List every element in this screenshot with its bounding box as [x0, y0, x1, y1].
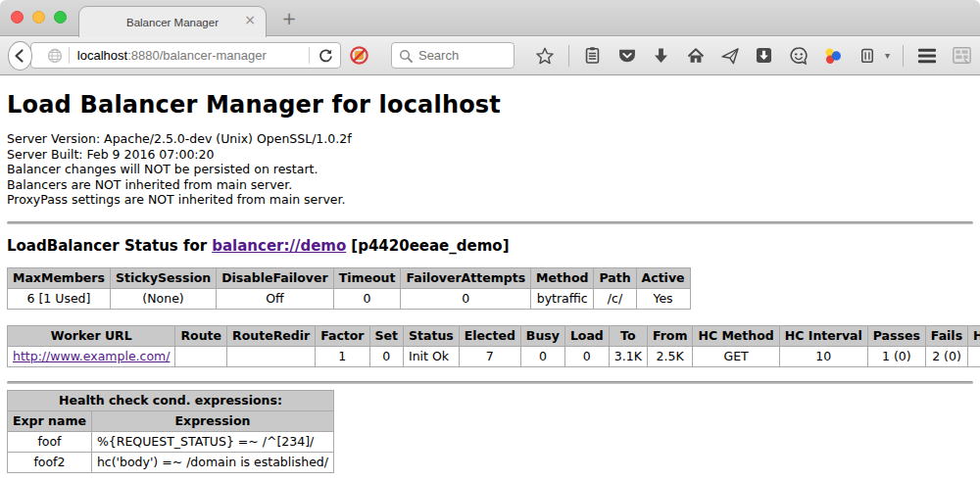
search-input[interactable]	[418, 48, 507, 63]
close-window-button[interactable]	[11, 11, 24, 24]
home-icon	[686, 46, 706, 66]
page-title: Load Balancer Manager for localhost	[7, 75, 973, 119]
health-check-table: Health check cond. expressions: Expr nam…	[7, 390, 334, 473]
loadbalancer-status-heading: LoadBalancer Status forbalancer://demo[p…	[7, 237, 973, 255]
downloads-button[interactable]	[651, 44, 672, 68]
clipboard-icon	[583, 46, 602, 65]
busy-cell: 0	[520, 346, 564, 366]
load-cell: 0	[564, 346, 609, 366]
color-picker-extension-button[interactable]	[822, 44, 844, 68]
from-cell: 2.5K	[647, 346, 693, 366]
status-cell: Init Ok	[404, 346, 460, 366]
url-path: :8880/balancer-manager	[127, 48, 267, 63]
expr-name-cell: foof2	[8, 452, 92, 472]
url-bar[interactable]: localhost:8880/balancer-manager	[30, 42, 341, 69]
grid-icon	[952, 46, 972, 65]
table-header-row: MaxMembers StickySession DisableFailover…	[8, 267, 691, 288]
server-built-line: Server Built: Feb 9 2016 07:00:20	[7, 147, 973, 163]
to-cell: 3.1K	[609, 346, 647, 366]
route-cell	[175, 346, 227, 366]
horizontal-rule	[7, 381, 973, 384]
overflow-caret-icon[interactable]: ▾	[885, 50, 890, 61]
column-header: Active	[636, 267, 690, 288]
bookmark-star-button[interactable]	[534, 44, 556, 68]
star-icon	[535, 46, 555, 66]
elected-cell: 7	[459, 346, 520, 366]
balancer-demo-link[interactable]: balancer://demo	[212, 237, 346, 255]
method-cell: bytraffic	[531, 288, 594, 309]
color-dots-icon	[823, 46, 843, 66]
search-bar[interactable]	[391, 42, 514, 69]
tab-close-icon[interactable]: ×	[244, 12, 256, 27]
browser-window: Balancer Manager × + localhost:8880/bala…	[0, 0, 980, 481]
container-icon	[858, 46, 876, 65]
column-header: Load	[564, 325, 609, 346]
health-table-title: Health check cond. expressions:	[8, 390, 334, 410]
proxypass-notice-line: ProxyPass settings are NOT inherited fro…	[7, 192, 973, 208]
new-tab-button[interactable]: +	[278, 8, 300, 28]
column-header: Worker URL	[8, 325, 175, 346]
persist-notice-line: Balancer changes will NOT be persisted o…	[7, 162, 973, 177]
column-header: RouteRedir	[227, 325, 316, 346]
tab-title: Balancer Manager	[126, 17, 219, 28]
column-header: Expr name	[8, 410, 92, 431]
toolbar-separator	[903, 45, 904, 67]
worker-url-cell: http://www.example.com/	[8, 346, 175, 366]
expression-cell: %{REQUEST_STATUS} =~ /^[234]/	[91, 431, 333, 452]
column-header: MaxMembers	[8, 267, 111, 288]
table-row: foof2 hc('body') =~ /domain is establish…	[8, 452, 334, 472]
globe-icon	[47, 48, 63, 64]
table-row: foof %{REQUEST_STATUS} =~ /^[234]/	[8, 431, 334, 452]
column-header: DisableFailover	[217, 267, 333, 288]
pocket-button[interactable]	[616, 44, 638, 68]
column-header: Timeout	[333, 267, 401, 288]
navigation-toolbar: localhost:8880/balancer-manager	[0, 36, 980, 75]
page-content: Load Balancer Manager for localhost Serv…	[0, 75, 980, 481]
feedback-button[interactable]	[788, 44, 809, 68]
search-icon	[399, 49, 413, 63]
column-header: FailoverAttempts	[401, 267, 531, 288]
back-arrow-icon	[12, 48, 27, 64]
balancers-notice-line: Balancers are NOT inherited from main se…	[7, 177, 973, 193]
url-domain: localhost	[77, 48, 127, 63]
url-text: localhost:8880/balancer-manager	[77, 48, 309, 63]
send-tab-button[interactable]	[719, 44, 741, 68]
reload-button[interactable]	[318, 47, 334, 64]
table-row: 6 [1 Used] (None) Off 0 0 bytraffic /c/ …	[8, 288, 691, 309]
toolbar-icons: ▾	[534, 44, 972, 68]
download-manager-button[interactable]	[754, 44, 775, 68]
passes-cell: 1 (0)	[867, 346, 925, 366]
pocket-icon	[617, 46, 637, 66]
boxed-download-icon	[755, 46, 773, 65]
plugin-blocked-button[interactable]	[349, 44, 369, 68]
minimize-window-button[interactable]	[32, 11, 45, 24]
home-button[interactable]	[685, 44, 707, 68]
back-button[interactable]	[8, 41, 32, 71]
container-extension-button[interactable]	[857, 44, 878, 68]
hamburger-icon	[916, 47, 938, 65]
toolbar-separator	[568, 45, 569, 67]
balancer-params-table: MaxMembers StickySession DisableFailover…	[7, 267, 691, 310]
tab-balancer-manager[interactable]: Balancer Manager ×	[78, 6, 267, 37]
fullscreen-window-button[interactable]	[54, 11, 67, 24]
column-header: Elected	[459, 325, 520, 346]
table-header-row: Worker URL Route RouteRedir Factor Set S…	[8, 325, 980, 346]
column-header: Method	[531, 267, 594, 288]
column-header: To	[609, 325, 647, 346]
tab-groups-button[interactable]	[951, 44, 972, 68]
table-title-row: Health check cond. expressions:	[8, 390, 334, 410]
factor-cell: 1	[316, 346, 369, 366]
column-header: HC Method	[693, 325, 779, 346]
menu-button[interactable]	[916, 44, 938, 68]
worker-table: Worker URL Route RouteRedir Factor Set S…	[7, 325, 980, 367]
hc-method-cell: GET	[693, 346, 779, 366]
stickysession-cell: (None)	[110, 288, 216, 309]
reading-list-button[interactable]	[582, 44, 604, 68]
set-cell: 0	[369, 346, 403, 366]
worker-url-link[interactable]: http://www.example.com/	[13, 349, 170, 363]
path-cell: /c/	[594, 288, 636, 309]
hc-uri-cell	[968, 346, 980, 366]
column-header: Set	[369, 325, 403, 346]
column-header: Busy	[520, 325, 564, 346]
disablefailover-cell: Off	[217, 288, 333, 309]
